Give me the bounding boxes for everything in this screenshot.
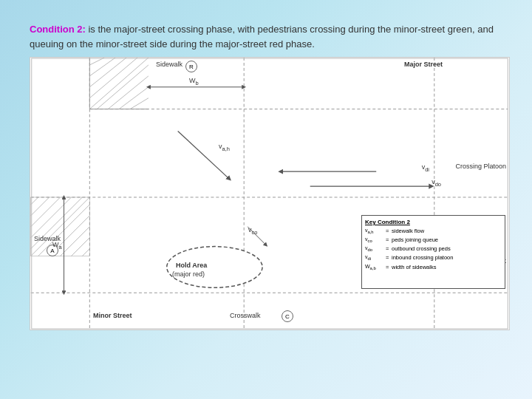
key-eq-2: =	[386, 236, 392, 244]
key-row-2: vco = peds joining queue	[365, 236, 502, 245]
key-eq-5: =	[386, 263, 392, 271]
svg-line-21	[71, 238, 89, 256]
circle-r-top: R	[185, 61, 197, 72]
key-var-2: vco	[365, 236, 386, 245]
svg-line-5	[89, 58, 137, 98]
key-eq-3: =	[386, 245, 392, 253]
key-eq-1: =	[386, 227, 392, 235]
vco-label: vco	[248, 226, 257, 236]
key-var-3: vdo	[365, 245, 386, 253]
svg-line-4	[89, 58, 126, 87]
diagram: Sidewalk R Major Street Wb va,h vdi vdo …	[30, 57, 510, 330]
svg-line-3	[89, 58, 115, 76]
key-title: Key Condition 2	[365, 219, 502, 225]
key-desc-2: peds joining queue	[392, 236, 502, 244]
svg-line-2	[89, 58, 104, 65]
key-box: Key Condition 2 va,h = sidewalk flow vco…	[361, 215, 505, 289]
svg-line-22	[82, 249, 89, 256]
wa-label: Wa	[52, 241, 62, 250]
svg-line-7	[97, 65, 149, 109]
svg-line-8	[108, 76, 149, 109]
major-street-label: Major Street	[404, 61, 443, 68]
key-desc-5: width of sidewalks	[392, 263, 502, 271]
circle-c-bottom: C	[282, 310, 293, 322]
wb-label: Wb	[189, 77, 199, 86]
minor-street-label: Minor Street	[93, 312, 132, 319]
key-desc-3: outbound crossing peds	[392, 245, 502, 253]
hold-area-label: Hold Area	[176, 262, 207, 269]
svg-line-9	[119, 87, 149, 109]
condition-label: Condition 2:	[30, 24, 86, 35]
svg-line-10	[130, 98, 149, 109]
vdi-label: vdi	[422, 163, 429, 173]
svg-line-12	[31, 197, 38, 205]
title-block: Condition 2: is the major-street crossin…	[30, 22, 517, 51]
svg-line-6	[89, 58, 149, 109]
key-row-1: va,h = sidewalk flow	[365, 227, 502, 236]
svg-line-15	[31, 197, 72, 238]
svg-line-18	[38, 205, 90, 256]
svg-line-14	[31, 197, 61, 227]
key-desc-4: inbound crossing platoon	[392, 253, 502, 262]
key-row-3: vdo = outbound crossing peds	[365, 245, 502, 253]
svg-line-20	[61, 227, 90, 256]
key-var-5: Wa,b	[365, 263, 386, 272]
svg-line-13	[31, 197, 50, 216]
crossing-platoon-label: Crossing Platoon	[436, 163, 506, 170]
svg-line-31	[178, 131, 230, 179]
vah-label: va,h	[219, 143, 230, 152]
key-var-4: vdi	[365, 253, 386, 262]
key-var-1: va,h	[365, 227, 386, 236]
major-red-label: (major red)	[172, 270, 205, 278]
content-area: Condition 2: is the major-street crossin…	[30, 22, 517, 384]
key-eq-4: =	[386, 253, 392, 262]
sidewalk-top-label: Sidewalk	[156, 61, 183, 68]
key-row-4: vdi = inbound crossing platoon	[365, 253, 502, 262]
vdo-label: vdo	[432, 178, 441, 188]
key-desc-1: sidewalk flow	[392, 227, 502, 235]
crosswalk-bottom-label: Crosswalk	[230, 312, 261, 319]
title-description: is the major-street crossing phase, with…	[30, 24, 494, 50]
key-row-5: Wa,b = width of sidewalks	[365, 263, 502, 272]
